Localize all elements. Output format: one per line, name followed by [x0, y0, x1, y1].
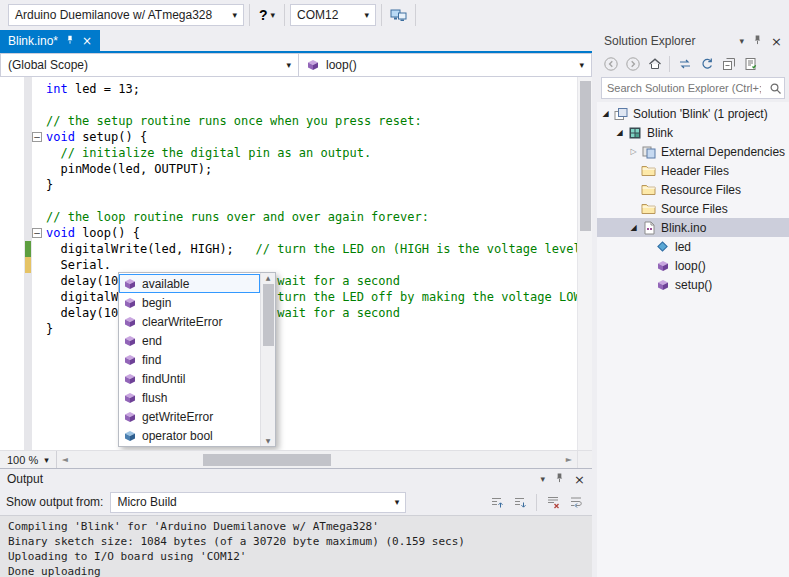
completion-label: getWriteError — [142, 410, 213, 424]
tree-item-blink-ino[interactable]: ◢Blink.ino — [597, 218, 789, 237]
expander-icon[interactable]: ▷ — [627, 147, 640, 156]
code-line[interactable]: −void setup() { — [0, 129, 577, 145]
code-line[interactable]: delay(1000); // wait for a second — [0, 273, 577, 289]
code-line[interactable]: −void loop() { — [0, 225, 577, 241]
code-line[interactable]: Serial. — [0, 257, 577, 273]
output-source-dropdown[interactable]: Micro Build ▾ — [110, 492, 406, 513]
completion-item-end[interactable]: end — [119, 331, 260, 350]
expander-icon[interactable]: ◢ — [599, 109, 612, 118]
horizontal-scrollbar-thumb[interactable] — [203, 454, 331, 466]
scope-dropdown[interactable]: (Global Scope) ▾ — [1, 54, 299, 76]
navigate-back-icon[interactable] — [600, 54, 621, 74]
code-editor[interactable]: int led = 13;// the setup routine runs o… — [0, 77, 592, 450]
editor-navigation-bar: (Global Scope) ▾ loop() ▾ — [0, 53, 592, 77]
tab-blink-ino[interactable]: Blink.ino* × — [0, 30, 100, 51]
code-line[interactable]: digitalWrite(led, LOW); // turn the LED … — [0, 289, 577, 305]
tree-item-external-dependencies[interactable]: ▷External Dependencies — [597, 142, 789, 161]
code-line[interactable]: // the loop routine runs over and over a… — [0, 209, 577, 225]
member-dropdown[interactable]: loop() ▾ — [299, 54, 591, 76]
completion-item-flush[interactable]: flush — [119, 388, 260, 407]
help-button[interactable]: ? ▾ — [255, 4, 279, 26]
code-line[interactable]: int led = 13; — [0, 81, 577, 97]
tree-item-loop[interactable]: loop() — [597, 256, 789, 275]
clear-all-icon[interactable] — [543, 491, 563, 513]
code-line[interactable]: delay(1000); // wait for a second — [0, 305, 577, 321]
editor-vertical-scrollbar[interactable] — [577, 77, 592, 450]
completion-item-getwriteerror[interactable]: getWriteError — [119, 407, 260, 426]
home-icon[interactable] — [644, 54, 665, 74]
folder-icon — [640, 163, 657, 179]
goto-next-message-icon[interactable] — [510, 491, 530, 513]
fold-toggle-icon[interactable]: − — [32, 132, 42, 142]
window-position-icon[interactable]: ▾ — [740, 36, 745, 46]
completion-item-finduntil[interactable]: findUntil — [119, 369, 260, 388]
method-icon — [123, 372, 137, 385]
folder-icon — [640, 201, 657, 217]
tree-item-source-files[interactable]: Source Files — [597, 199, 789, 218]
tree-item-header-files[interactable]: Header Files — [597, 161, 789, 180]
pin-icon[interactable] — [752, 34, 763, 48]
completion-item-begin[interactable]: begin — [119, 293, 260, 312]
editor-bottom-bar: 100 % ▾ ◄ ► — [0, 450, 592, 468]
code-line[interactable] — [0, 97, 577, 113]
code-area[interactable]: int led = 13;// the setup routine runs o… — [0, 77, 577, 450]
tree-item-label: loop() — [675, 259, 706, 273]
popup-scrollbar-thumb[interactable] — [263, 284, 274, 346]
main-body: Blink.ino* × (Global Scope) ▾ loop() ▾ — [0, 30, 789, 577]
code-line[interactable] — [0, 193, 577, 209]
search-input[interactable] — [602, 79, 766, 97]
code-text: int led = 13; — [46, 82, 140, 96]
scroll-down-icon[interactable]: ▼ — [266, 436, 271, 446]
scroll-right-icon[interactable]: ► — [561, 455, 577, 464]
close-icon[interactable]: × — [574, 473, 585, 486]
code-segment: // turn the LED off by making the voltag… — [256, 290, 577, 304]
window-position-icon[interactable]: ▾ — [541, 474, 546, 484]
word-wrap-icon[interactable] — [566, 491, 586, 513]
close-icon[interactable]: × — [771, 35, 782, 48]
tree-item-blink[interactable]: ◢Blink — [597, 123, 789, 142]
zoom-selector[interactable]: 100 % ▾ — [0, 451, 57, 469]
pin-icon[interactable] — [554, 472, 565, 486]
code-text: void loop() { — [46, 226, 140, 240]
vertical-scrollbar-thumb[interactable] — [580, 81, 591, 231]
navigate-forward-icon[interactable] — [622, 54, 643, 74]
pin-icon[interactable] — [65, 34, 75, 48]
collapse-all-icon[interactable] — [718, 54, 739, 74]
code-line[interactable]: digitalWrite(led, HIGH); // turn the LED… — [0, 241, 577, 257]
tree-item-resource-files[interactable]: Resource Files — [597, 180, 789, 199]
editor-column: Blink.ino* × (Global Scope) ▾ loop() ▾ — [0, 30, 592, 577]
goto-previous-message-icon[interactable] — [487, 491, 507, 513]
fold-toggle-icon[interactable]: − — [32, 228, 42, 238]
refresh-icon[interactable] — [696, 54, 717, 74]
search-icon[interactable] — [766, 82, 784, 95]
completion-item-available[interactable]: available — [119, 274, 260, 293]
tree-item-setup[interactable]: setup() — [597, 275, 789, 294]
expander-icon[interactable]: ◢ — [627, 223, 640, 232]
scope-value: (Global Scope) — [8, 58, 88, 72]
port-selector[interactable]: COM12 ▾ — [290, 4, 376, 26]
code-line[interactable]: pinMode(led, OUTPUT); — [0, 161, 577, 177]
completion-item-find[interactable]: find — [119, 350, 260, 369]
scroll-up-icon[interactable]: ▲ — [266, 273, 271, 283]
code-segment: pinMode(led, OUTPUT); — [46, 162, 212, 176]
properties-icon[interactable] — [740, 54, 761, 74]
completion-item-clearwriteerror[interactable]: clearWriteError — [119, 312, 260, 331]
board-selector-value: Arduino Duemilanove w/ ATmega328 — [15, 8, 212, 22]
serial-monitor-icon[interactable] — [387, 4, 410, 26]
completion-item-operator-bool[interactable]: operator bool — [119, 426, 260, 445]
tree-item-solution-blink-1-project[interactable]: ◢Solution 'Blink' (1 project) — [597, 104, 789, 123]
tree-item-led[interactable]: led — [597, 237, 789, 256]
board-selector[interactable]: Arduino Duemilanove w/ ATmega328 ▾ — [8, 4, 244, 26]
code-line[interactable]: } — [0, 321, 577, 337]
code-line[interactable]: } — [0, 177, 577, 193]
popup-scrollbar[interactable]: ▲ ▼ — [260, 273, 275, 446]
code-line[interactable]: // initialize the digital pin as an outp… — [0, 145, 577, 161]
sync-with-active-document-icon[interactable] — [674, 54, 695, 74]
scroll-left-icon[interactable]: ◄ — [57, 455, 73, 464]
code-line[interactable]: // the setup routine runs once when you … — [0, 113, 577, 129]
close-icon[interactable]: × — [82, 35, 92, 47]
solution-tree[interactable]: ◢Solution 'Blink' (1 project)◢Blink▷Exte… — [597, 102, 789, 577]
help-icon: ? — [259, 7, 268, 23]
expander-icon[interactable]: ◢ — [613, 128, 626, 137]
editor-horizontal-scrollbar[interactable] — [73, 451, 561, 469]
